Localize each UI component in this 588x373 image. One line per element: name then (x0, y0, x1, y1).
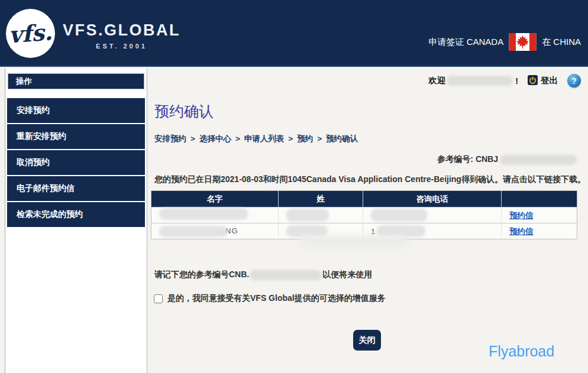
brand-established: EST. 2001 (63, 43, 180, 50)
redacted-reference-number (250, 270, 322, 280)
sidebar-item-email-appointment-letter[interactable]: 电子邮件预约信 (7, 176, 145, 201)
consent-checkbox[interactable] (154, 294, 163, 303)
breadcrumb-separator: > (190, 134, 195, 143)
header: vfs. VFS.GLOBAL EST. 2001 申请签证 CANADA 在 … (0, 0, 588, 67)
page: vfs. VFS.GLOBAL EST. 2001 申请签证 CANADA 在 … (0, 0, 588, 373)
table-row: 预约信 (151, 207, 577, 223)
breadcrumb-separator: > (235, 134, 240, 143)
header-region-info: 申请签证 CANADA 在 CHINA (428, 33, 581, 51)
sidebar-item-reschedule-appointment[interactable]: 重新安排预约 (7, 124, 145, 149)
note-prefix: 请记下您的参考编号CNB. (154, 270, 249, 280)
redacted-reference-number (500, 155, 577, 165)
logout-button[interactable]: 登出 (528, 75, 558, 87)
breadcrumb-item-current: 预约确认 (326, 134, 358, 143)
canada-flag-icon (509, 33, 537, 51)
appointment-letter-link[interactable]: 预约信 (509, 211, 534, 220)
redacted-phone (371, 209, 427, 222)
confirmation-text: 您的预约已在日期2021-08-03和时间1045Canada Visa App… (154, 174, 586, 185)
appointment-letter-link[interactable]: 预约信 (509, 227, 534, 236)
welcome-suffix: ! (515, 76, 518, 86)
breadcrumb: 安排预约>选择中心>申请人列表>预约>预约确认 (154, 134, 358, 144)
country-label: 在 CHINA (542, 37, 581, 48)
welcome-message: 欢迎 ! (428, 75, 518, 86)
reference-note: 请记下您的参考编号CNB. 以便将来使用 (154, 270, 372, 280)
breadcrumb-separator: > (317, 134, 322, 143)
help-icon[interactable]: ? (567, 74, 581, 87)
flyabroad-watermark: Flyabroad (489, 343, 554, 360)
sidebar-header-actions: 操作 (8, 73, 144, 89)
sidebar-item-schedule-appointment[interactable]: 安排预约 (7, 98, 145, 123)
visa-label: 申请签证 CANADA (428, 37, 503, 48)
breadcrumb-item[interactable]: 选择中心 (199, 134, 231, 143)
sidebar-item-retrieve-incomplete-appointment[interactable]: 检索未完成的预约 (7, 202, 145, 227)
brand: VFS.GLOBAL EST. 2001 (63, 21, 180, 50)
column-header-link (502, 191, 577, 207)
welcome-prefix: 欢迎 (428, 75, 445, 86)
redacted-first-name (159, 226, 227, 237)
breadcrumb-item[interactable]: 预约 (297, 134, 313, 143)
logout-label: 登出 (541, 75, 558, 86)
vfs-logo-text: vfs. (8, 19, 53, 48)
consent-label: 是的，我同意接受有关VFS Global提供的可选择的增值服务 (167, 293, 386, 304)
column-header-first-name: 名字 (151, 191, 279, 207)
column-header-phone: 咨询电话 (363, 191, 502, 207)
breadcrumb-item[interactable]: 安排预约 (154, 134, 186, 143)
applicant-table: 名字 姓 咨询电话 预约信 ONG 1 预约信 (151, 190, 577, 239)
reference-number: 参考编号: CNBJ (437, 154, 577, 165)
vfs-logo: vfs. (6, 9, 55, 58)
breadcrumb-item[interactable]: 申请人列表 (244, 134, 285, 143)
page-title: 预约确认 (154, 102, 214, 121)
brand-name: VFS.GLOBAL (63, 21, 180, 40)
redacted-first-name (159, 208, 248, 220)
sidebar: 操作 安排预约 重新安排预约 取消预约 电子邮件预约信 检索未完成的预约 (5, 69, 147, 373)
redacted-username (447, 76, 513, 86)
reference-label: 参考编号: CNBJ (437, 154, 498, 165)
table-header-row: 名字 姓 咨询电话 (151, 191, 577, 207)
close-button[interactable]: 关闭 (353, 330, 381, 351)
consent-row: 是的，我同意接受有关VFS Global提供的可选择的增值服务 (154, 293, 386, 304)
power-icon (528, 75, 538, 87)
sidebar-item-cancel-appointment[interactable]: 取消预约 (7, 150, 145, 175)
note-suffix: 以便将来使用 (322, 270, 372, 280)
redacted-last-name (286, 209, 329, 222)
redaction-smudge (299, 235, 408, 247)
breadcrumb-separator: > (288, 134, 293, 143)
topbar: 欢迎 ! 登出 ? (428, 74, 581, 87)
sidebar-nav: 安排预约 重新安排预约 取消预约 电子邮件预约信 检索未完成的预约 (5, 98, 147, 227)
column-header-last-name: 姓 (279, 191, 363, 207)
phone-fragment: 1 (371, 227, 376, 236)
